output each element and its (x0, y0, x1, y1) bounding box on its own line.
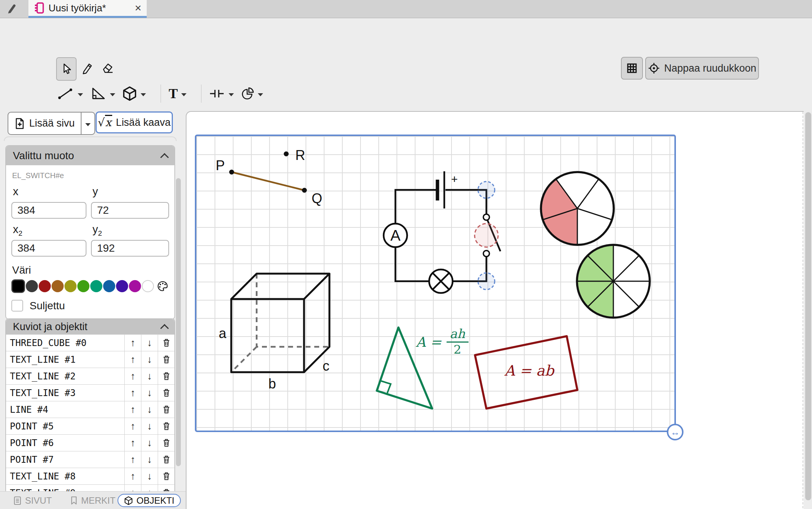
move-down-button[interactable]: ↓ (141, 418, 158, 434)
move-up-button[interactable]: ↑ (124, 351, 141, 368)
rectangle-area-formula[interactable]: A = ab (503, 362, 556, 379)
move-up-button[interactable]: ↑ (124, 335, 141, 351)
canvas-resize-handle[interactable]: ↔ (667, 424, 683, 440)
move-down-button[interactable]: ↓ (141, 385, 158, 401)
pie-fifths[interactable] (541, 172, 614, 245)
move-down-button[interactable]: ↓ (141, 468, 158, 484)
selected-shape-header[interactable]: Valittu muoto (6, 146, 174, 165)
text-tool-caret[interactable] (181, 93, 187, 96)
color-swatch-teal[interactable] (90, 280, 102, 292)
color-swatch-magenta[interactable] (129, 280, 141, 292)
collapse-chevron-icon[interactable] (160, 324, 169, 333)
endpoint-handle-bottom[interactable] (478, 273, 495, 290)
switch-contact-top[interactable] (483, 214, 489, 220)
cube-tool-caret[interactable] (141, 93, 146, 96)
pages-tab[interactable]: SIVUT (13, 492, 52, 509)
objects-header[interactable]: Kuviot ja objektit (6, 319, 174, 334)
object-row[interactable]: TEXT_LINE #1↑↓ (6, 351, 174, 368)
add-formula-button[interactable]: √x Lisää kaava (96, 111, 173, 133)
delete-button[interactable] (158, 368, 174, 384)
collapse-chevron-icon[interactable] (160, 153, 169, 161)
delete-button[interactable] (158, 418, 174, 434)
move-up-button[interactable]: ↑ (124, 468, 141, 484)
cube-3d[interactable]: a b c (219, 274, 329, 392)
object-row[interactable]: TEXT_LINE #2↑↓ (6, 368, 174, 384)
pie-tool-button[interactable] (241, 87, 268, 100)
delete-button[interactable] (158, 351, 174, 368)
snap-to-grid-button[interactable]: Nappaa ruudukkoon (645, 57, 759, 80)
point-p[interactable] (229, 170, 234, 175)
line-tool-button[interactable] (57, 87, 88, 100)
palette-icon[interactable] (157, 280, 169, 292)
move-up-button[interactable]: ↑ (124, 368, 141, 384)
delete-button[interactable] (158, 468, 174, 484)
move-up-button[interactable]: ↑ (124, 401, 141, 418)
color-swatch-green[interactable] (77, 280, 89, 292)
panel-scrollbar-thumb[interactable] (176, 178, 181, 466)
bookmarks-tab[interactable]: MERKIT (70, 492, 116, 509)
color-swatch-blue[interactable] (103, 280, 115, 292)
color-swatch-gray[interactable] (26, 280, 38, 292)
triangle-tool-button[interactable] (90, 87, 120, 100)
object-row[interactable]: THREED_CUBE #0↑↓ (6, 334, 174, 351)
y-field[interactable] (91, 202, 169, 219)
color-swatch-olive[interactable] (64, 280, 77, 292)
segment-pq[interactable] (232, 172, 304, 190)
delete-button[interactable] (158, 385, 174, 401)
toggle-grid-button[interactable] (621, 57, 643, 80)
color-swatch-white[interactable] (142, 280, 154, 292)
eraser-tool-button[interactable] (99, 57, 117, 79)
closed-checkbox[interactable] (11, 300, 23, 312)
text-tool-button[interactable]: T (169, 86, 191, 102)
tab-uusi-tyokirja[interactable]: Uusi työkirja* × (28, 0, 147, 18)
delete-button[interactable] (158, 451, 174, 468)
cube-tool-button[interactable] (122, 86, 150, 101)
color-swatch-brown[interactable] (52, 280, 64, 292)
add-page-button[interactable]: Lisää sivu (8, 112, 95, 135)
circuit-tool-button[interactable] (209, 88, 238, 99)
object-row[interactable]: TEXT_LINE #8↑↓ (6, 468, 174, 484)
line-tool-caret[interactable] (78, 93, 83, 96)
object-row[interactable]: TEXT_LINE #3↑↓ (6, 384, 174, 401)
color-swatch-black[interactable] (11, 279, 25, 293)
pencil-tool-button[interactable] (79, 57, 96, 79)
switch-contact-bottom[interactable] (483, 251, 489, 257)
move-down-button[interactable]: ↓ (141, 335, 158, 351)
delete-button[interactable] (158, 335, 174, 351)
point-r[interactable] (284, 152, 289, 157)
delete-button[interactable] (158, 435, 174, 451)
page-scrollbar-thumb[interactable] (805, 112, 811, 500)
move-down-button[interactable]: ↓ (141, 451, 158, 468)
move-down-button[interactable]: ↓ (141, 351, 158, 368)
object-row[interactable]: POINT #6↑↓ (6, 434, 174, 451)
tab-close-icon[interactable]: × (135, 2, 141, 14)
triangle-tool-caret[interactable] (110, 93, 115, 96)
circuit-tool-caret[interactable] (229, 93, 234, 96)
object-row[interactable]: LINE #4↑↓ (6, 401, 174, 418)
move-up-button[interactable]: ↑ (124, 385, 141, 401)
move-up-button[interactable]: ↑ (124, 418, 141, 434)
x-field[interactable] (11, 202, 86, 219)
add-page-dropdown[interactable] (82, 113, 94, 134)
object-row[interactable]: POINT #5↑↓ (6, 418, 174, 434)
delete-button[interactable] (158, 401, 174, 418)
objects-tab[interactable]: OBJEKTI (118, 494, 181, 507)
select-tool-button[interactable] (56, 57, 77, 81)
color-swatch-indigo[interactable] (116, 280, 128, 292)
triangle-area-formula[interactable]: A = ah 2 (416, 326, 469, 357)
y2-field[interactable] (91, 240, 169, 257)
point-q[interactable] (302, 188, 307, 193)
color-swatch-red[interactable] (39, 280, 51, 292)
move-up-button[interactable]: ↑ (124, 435, 141, 451)
add-page-main[interactable]: Lisää sivu (8, 113, 81, 134)
move-down-button[interactable]: ↓ (141, 368, 158, 384)
object-row[interactable]: POINT #7↑↓ (6, 451, 174, 468)
move-down-button[interactable]: ↓ (141, 435, 158, 451)
pie-eighths[interactable] (577, 245, 650, 318)
move-up-button[interactable]: ↑ (124, 451, 141, 468)
switch-selection-highlight[interactable] (475, 224, 498, 247)
move-down-button[interactable]: ↓ (141, 401, 158, 418)
object-row[interactable]: TEXT_LINE #9↑↓ (6, 484, 174, 492)
pie-tool-caret[interactable] (258, 93, 263, 96)
circuit-wires[interactable] (395, 190, 486, 281)
